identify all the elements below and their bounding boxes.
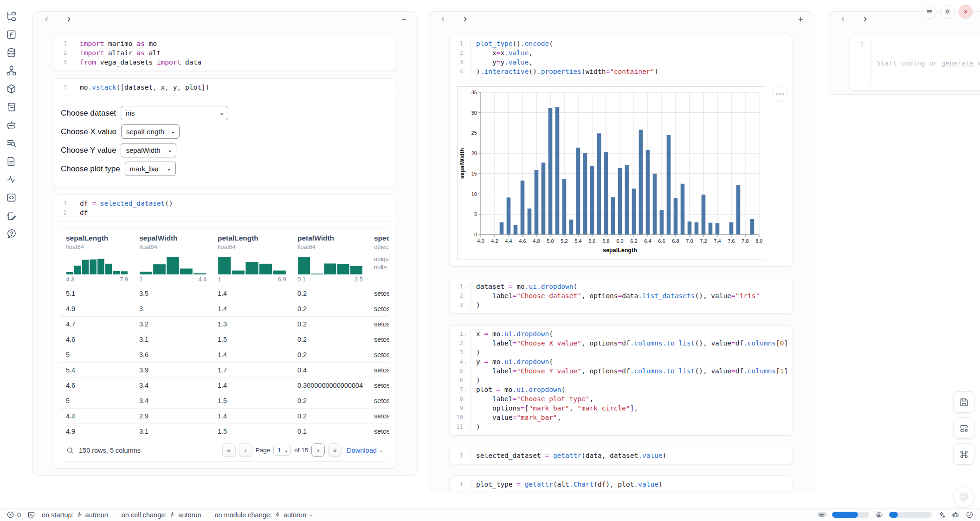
- svg-text:sepalLength: sepalLength: [603, 247, 637, 254]
- table-row[interactable]: 4.42.91.40.2setosa: [60, 408, 389, 423]
- table-cell: 0.2: [292, 286, 368, 301]
- table-row[interactable]: 5.43.91.70.4setosa: [60, 362, 389, 378]
- chevron-right-icon[interactable]: [860, 14, 870, 25]
- errors-indicator[interactable]: 0: [6, 511, 21, 519]
- first-page-button[interactable]: «: [222, 443, 236, 457]
- runtime-config-on-startup[interactable]: on startup:autorun: [42, 511, 108, 519]
- code-editor[interactable]: 1plot_type = getattr(alt.Chart(df), plot…: [450, 476, 793, 491]
- column-header-petalLength[interactable]: petalLengthfloat6416.9: [212, 234, 292, 283]
- gear-icon[interactable]: [941, 5, 954, 19]
- function-square-icon[interactable]: [5, 28, 17, 40]
- save-icon[interactable]: [953, 391, 974, 413]
- table-row[interactable]: 4.73.21.30.2setosa: [60, 316, 389, 332]
- table-cell: 3: [134, 301, 212, 316]
- code-lines: dataset = mo.ui.dropdown( label="Choose …: [471, 282, 760, 310]
- code-line: plot_type = getattr(alt.Chart(df), plot.…: [476, 480, 663, 489]
- code-editor[interactable]: 12df = selected_dataset()df: [53, 195, 396, 221]
- control-label: Choose Y value: [61, 146, 116, 155]
- code-editor[interactable]: 1selected_dataset = getattr(data, datase…: [450, 447, 793, 464]
- page-of-label: of 15: [294, 447, 308, 454]
- column-header-sepalLength[interactable]: sepalLengthfloat644.37.9: [60, 234, 134, 283]
- choose-x-value-select[interactable]: sepalLength: [121, 124, 180, 139]
- command-icon[interactable]: [953, 443, 974, 465]
- stop-icon[interactable]: [953, 486, 974, 508]
- code-line: ): [476, 376, 788, 385]
- help-chat-icon[interactable]: [5, 228, 17, 240]
- chevron-left-icon[interactable]: [438, 14, 448, 25]
- package-icon[interactable]: [5, 83, 17, 95]
- code-editor[interactable]: 1⌄234plot_type().encode( x=x.value, y=y.…: [450, 35, 793, 80]
- code-line: label="Choose plot type",: [476, 394, 788, 404]
- check-circle-icon[interactable]: [966, 511, 974, 519]
- code-editor[interactable]: 1⌄23dataset = mo.ui.dropdown( label="Cho…: [450, 278, 793, 313]
- cell-output-controls: Choose datasetiris⌄Choose X valuesepalLe…: [53, 96, 396, 187]
- generate-ai-link[interactable]: generate: [941, 59, 974, 67]
- choose-y-value-select[interactable]: sepalWidth: [121, 143, 176, 157]
- runtime-config-on-module-change[interactable]: on module change:autorun⌄: [215, 511, 314, 519]
- svg-text:5: 5: [474, 211, 477, 217]
- runtime-config-on-cell-change[interactable]: on cell change:autorun: [122, 511, 201, 519]
- altair-bar-chart[interactable]: 4.04.24.44.64.85.05.25.45.65.86.06.26.46…: [457, 86, 765, 260]
- last-page-button[interactable]: »: [328, 443, 342, 457]
- database-icon[interactable]: [5, 46, 17, 59]
- choose-dataset-select[interactable]: iris: [121, 106, 228, 120]
- code-editor[interactable]: 1⌄234⌄567⌄891011x = mo.ui.dropdown( labe…: [450, 326, 793, 435]
- menu-icon[interactable]: [922, 5, 936, 19]
- table-row[interactable]: 4.931.40.2setosa: [60, 301, 389, 316]
- table-row[interactable]: 5.13.51.40.2setosa: [60, 286, 389, 301]
- svg-text:30: 30: [471, 110, 477, 116]
- download-button[interactable]: Download ⌄: [347, 447, 383, 454]
- table-cell: 1.5: [212, 424, 292, 439]
- table-row[interactable]: 4.93.11.50.1setosa: [60, 423, 389, 439]
- chevron-left-icon[interactable]: [838, 14, 848, 25]
- bot-message-icon[interactable]: [5, 119, 17, 131]
- choose-plot-type-select[interactable]: mark_bar: [125, 162, 176, 176]
- column-header-species[interactable]: speciesobjectunique:nulls:: [368, 234, 389, 283]
- table-cell: 1.3: [212, 317, 292, 332]
- code-box-icon[interactable]: [5, 191, 17, 203]
- code-line: plot_type().encode(: [476, 39, 658, 48]
- terminal-icon[interactable]: [27, 511, 35, 519]
- file-tree-icon[interactable]: [5, 10, 17, 22]
- table-row[interactable]: 4.63.11.50.2setosa: [60, 332, 389, 347]
- add-cell-icon[interactable]: [795, 14, 806, 25]
- prev-page-button[interactable]: ‹: [239, 443, 252, 457]
- svg-text:6.6: 6.6: [658, 238, 665, 244]
- code-cell-plot: 1⌄234plot_type().encode( x=x.value, y=y.…: [449, 35, 793, 267]
- chevron-left-icon[interactable]: [41, 14, 52, 25]
- search-icon[interactable]: [66, 446, 74, 455]
- svg-text:4.8: 4.8: [533, 238, 540, 244]
- table-cell: 3.4: [134, 378, 212, 393]
- table-row[interactable]: 4.63.41.40.3000000000000004setosa: [60, 378, 389, 393]
- notebook-pen-icon[interactable]: [5, 209, 17, 221]
- column-header-petalWidth[interactable]: petalWidthfloat640.12.5: [292, 234, 368, 283]
- workflow-icon[interactable]: [5, 65, 17, 77]
- chevron-right-icon[interactable]: [460, 14, 470, 25]
- runtime-label: on cell change:: [122, 511, 167, 519]
- next-page-button[interactable]: ›: [311, 443, 325, 457]
- chart-actions-menu-icon[interactable]: [772, 86, 788, 102]
- document-icon[interactable]: [5, 155, 17, 167]
- search-list-icon[interactable]: [5, 137, 17, 149]
- column-histogram: [66, 254, 128, 274]
- column-header-sepalWidth[interactable]: sepalWidthfloat6424.4: [134, 234, 212, 283]
- table-row[interactable]: 53.61.40.2setosa: [60, 347, 389, 362]
- scroll-icon[interactable]: [5, 101, 17, 113]
- column-histogram: [139, 254, 206, 274]
- close-icon[interactable]: [959, 5, 973, 19]
- code-editor[interactable]: 123import marimo as moimport altair as a…: [53, 35, 396, 71]
- robot-icon[interactable]: [952, 511, 960, 519]
- activity-icon[interactable]: [5, 173, 17, 185]
- table-row[interactable]: 53.41.50.2setosa: [60, 393, 389, 408]
- code-editor[interactable]: 1 Start coding or generate with AI.: [850, 36, 980, 90]
- page-select[interactable]: 1: [273, 445, 291, 456]
- chevron-right-icon[interactable]: [64, 14, 74, 25]
- code-editor[interactable]: 1mo.vstack([dataset, x, y, plot]): [53, 79, 396, 96]
- table-cell: setosa: [368, 378, 389, 393]
- pagination: «‹Page1⌄of 15›»Download ⌄: [222, 443, 383, 457]
- layout-icon[interactable]: [953, 417, 974, 439]
- sparkles-icon[interactable]: [938, 511, 946, 519]
- add-cell-icon[interactable]: [399, 14, 409, 25]
- control-row: Choose X valuesepalLength⌄: [61, 124, 388, 139]
- table-cell: 1.4: [212, 409, 292, 423]
